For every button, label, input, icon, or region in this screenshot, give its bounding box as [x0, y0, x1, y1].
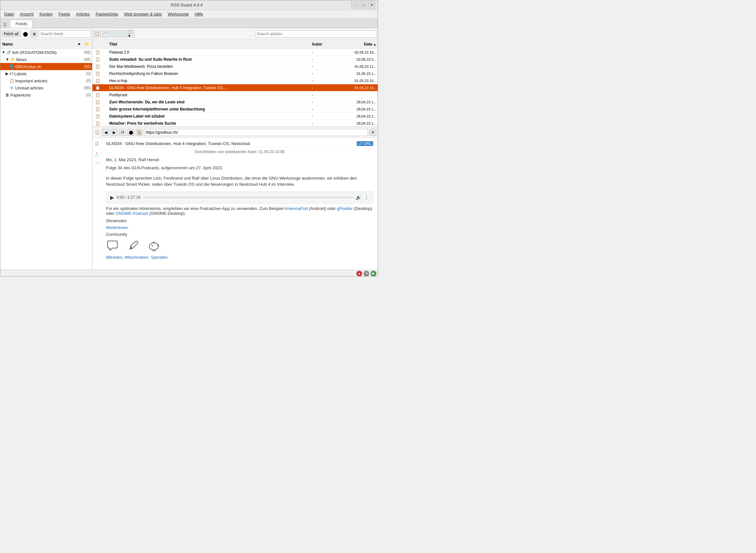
mitreden-icon[interactable]: [106, 239, 119, 252]
article-btn-3[interactable]: 📨: [110, 30, 118, 37]
feed-label-labels: Labels: [14, 71, 85, 76]
feed-count-labels: (0): [86, 71, 91, 76]
url-badge[interactable]: 🔗 URL: [357, 141, 373, 146]
row-author: -: [312, 93, 337, 97]
article-full-title: GLN034 - GNU-freie Distributionen, Hub 4…: [106, 141, 354, 146]
status-move-icon[interactable]: ✛: [364, 271, 369, 276]
row-date: 02.05.23 0...: [337, 58, 376, 61]
home-icon[interactable]: 🏠: [2, 21, 9, 28]
feed-count-lioh: (66): [84, 50, 91, 55]
row-author: -: [312, 50, 337, 55]
menu-werkzeuge[interactable]: Werkzeuge: [165, 11, 192, 17]
maximize-button[interactable]: □: [360, 2, 367, 9]
article-list: Titel Autor Date 📋 Flatseal 2.0 - 02.05.…: [92, 40, 378, 127]
table-row[interactable]: 📋 Rechtschreibprüfung im Falkon Browser …: [92, 70, 378, 77]
article-btn-2[interactable]: 📩: [102, 30, 109, 37]
browser-msg-icon: 📋: [94, 129, 101, 136]
table-row[interactable]: 📋 Zum Wochenende: Da, wo die Leute sind …: [92, 98, 378, 106]
feed-add-icon[interactable]: 📁: [84, 42, 90, 47]
status-red-icon[interactable]: ●: [356, 271, 362, 276]
tab-feeds[interactable]: Feeds: [10, 20, 32, 28]
weiterlesen-link[interactable]: Weiterlesen: [106, 225, 128, 230]
col-header-date[interactable]: Date: [337, 42, 376, 47]
feed-item-gnulinux[interactable]: 🌐 GNU/Linux.ch (66): [0, 63, 92, 70]
preview-body: 📋 📩 📨 GLN034 - GNU-freie Distributionen,…: [92, 138, 378, 263]
browser-stop-button[interactable]: ⬤: [127, 129, 134, 136]
table-row[interactable]: 📋 Hex-a-hop - 01.05.23 15...: [92, 77, 378, 84]
volume-button[interactable]: 🔊: [356, 195, 361, 200]
row-title: Hex-a-hop: [109, 78, 312, 83]
collapse-icon: ▼: [2, 50, 5, 55]
close-button[interactable]: ✕: [368, 2, 375, 9]
table-row-selected[interactable]: 📋 GLN034 - GNU-freie Distributionen, Hub…: [92, 84, 378, 91]
expand-icon: ▶: [5, 71, 8, 76]
url-bar[interactable]: [144, 129, 368, 136]
audio-time: 0:00 / 1:27:19: [117, 195, 140, 200]
feed-item-important[interactable]: 📋 Important articles (0): [0, 77, 92, 84]
row-author: -: [312, 71, 337, 76]
audio-progress[interactable]: [143, 197, 353, 198]
menu-papierkorbe[interactable]: Papierkörbe: [93, 11, 121, 17]
spenden-icon[interactable]: [147, 239, 160, 252]
feed-item-trash[interactable]: 🗑 Papierkorb (0): [0, 91, 92, 98]
article-btn-4[interactable]: 📨: [119, 30, 126, 37]
menu-feeds[interactable]: Feeds: [56, 11, 73, 17]
feed-count-news: (66): [84, 57, 91, 62]
menu-ansicht[interactable]: Ansicht: [17, 11, 36, 17]
browser-clear-button[interactable]: ✕: [369, 129, 376, 136]
menu-web-browser[interactable]: Web browser & tabs: [122, 11, 164, 17]
browser-refresh-button[interactable]: ↺: [119, 129, 126, 136]
row-title: MetaGer: Preis für werbefreie Suche: [109, 121, 312, 126]
gnome-podcast-link[interactable]: GNOME-Podcast: [116, 211, 148, 216]
mitschreiben-icon[interactable]: [127, 239, 140, 252]
article-btn-5[interactable]: 📋▼: [127, 30, 134, 37]
browser-forward-button[interactable]: ▶: [110, 129, 118, 136]
fetch-all-button[interactable]: Fetch all: [2, 31, 21, 37]
menu-articles[interactable]: Articles: [73, 11, 92, 17]
feed-item-lioh[interactable]: ▼ 🔗 lioh (RSS/ATOM/JSON) (66): [0, 49, 92, 56]
feed-item-labels[interactable]: ▶ 🏷 Labels (0): [0, 70, 92, 77]
browser-back-button[interactable]: ◀: [102, 129, 109, 136]
feed-label-trash: Papierkorb: [10, 93, 85, 97]
important-icon: 📋: [9, 78, 14, 83]
menu-datei[interactable]: Datei: [2, 11, 16, 17]
col-header-title[interactable]: Titel: [109, 42, 312, 47]
feed-item-unread[interactable]: 📧 Unread articles (66): [0, 84, 92, 91]
table-row[interactable]: 📋 Sehr grosse Internetplattformen unter …: [92, 106, 378, 113]
audio-more-button[interactable]: ⋮: [364, 194, 369, 201]
search-feeds-input[interactable]: [39, 30, 91, 37]
table-row[interactable]: 📋 Sudo reloaded: Su und Sudo Rewrite in …: [92, 56, 378, 63]
feed-action-btn1[interactable]: 🖥: [30, 30, 37, 37]
row-icon: 📋: [94, 107, 101, 111]
feed-column-sort[interactable]: ▼: [76, 42, 82, 47]
gpodder-link[interactable]: gPodder: [337, 206, 353, 211]
menu-hilfe[interactable]: Hilfe: [192, 11, 206, 17]
search-articles-input[interactable]: [255, 30, 377, 37]
unread-icon: 📧: [9, 86, 14, 90]
feed-label-news: News: [16, 57, 83, 62]
spenden-link[interactable]: Spenden: [151, 255, 168, 260]
window-controls: − □ ✕: [351, 2, 375, 9]
mitreden-link[interactable]: Mitreden: [106, 255, 123, 260]
minimize-button[interactable]: −: [351, 2, 358, 9]
play-button[interactable]: ▶: [110, 194, 114, 201]
row-author: -: [312, 78, 337, 83]
row-title: Dateisystem-Label mit e2label: [109, 114, 312, 118]
titlebar: RSS Guard 4.0.4 − □ ✕: [0, 0, 378, 10]
table-row[interactable]: 📋 MetaGer: Preis für werbefreie Suche - …: [92, 120, 378, 127]
col-header-author[interactable]: Autor: [312, 42, 337, 47]
article-meta: Geschrieben von unbekannter Autor, 01.05…: [106, 150, 373, 154]
table-row[interactable]: 📋 Poddycast -: [92, 91, 378, 98]
mitschreiben-link[interactable]: Mitschreiben: [125, 255, 149, 260]
browser-home-button[interactable]: 🏠: [136, 129, 143, 136]
status-green-icon[interactable]: ▶: [371, 271, 376, 276]
table-row[interactable]: 📋 Dateisystem-Label mit e2label - 28.04.…: [92, 113, 378, 120]
feed-count-unread: (66): [84, 86, 91, 90]
antennnapod-link[interactable]: AntennaPod: [285, 206, 308, 211]
row-date: 28.04.23 1...: [337, 100, 376, 104]
article-btn-1[interactable]: 📋: [94, 30, 101, 37]
feed-item-news[interactable]: ▼ 📁 News (66): [0, 56, 92, 63]
menu-konten[interactable]: Konten: [37, 11, 55, 17]
table-row[interactable]: 📋 Der Mai-Wettbewerb: Pizza bestellen - …: [92, 63, 378, 70]
table-row[interactable]: 📋 Flatseal 2.0 - 02.05.23 10...: [92, 49, 378, 56]
